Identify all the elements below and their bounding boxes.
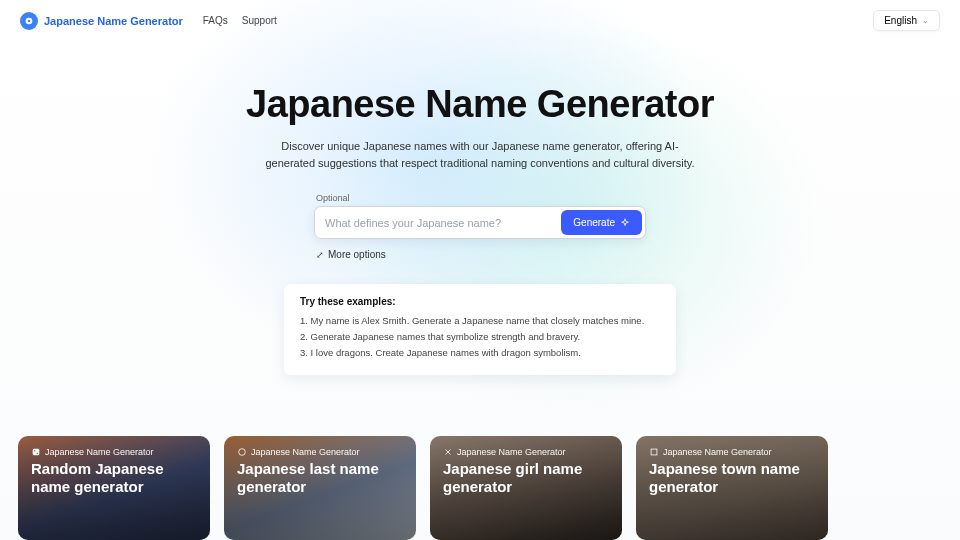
card-brand-label: Japanese Name Generator (663, 447, 772, 457)
generator-form: Optional Generate ⤢ More options (314, 193, 646, 262)
square-icon (649, 447, 659, 457)
more-options-label: More options (328, 249, 386, 260)
page-title: Japanese Name Generator (0, 83, 960, 126)
examples-card: Try these examples: 1. My name is Alex S… (284, 284, 676, 375)
card-title: Random Japanese name generator (31, 460, 197, 496)
prompt-input-row: Generate (314, 206, 646, 239)
prompt-input[interactable] (325, 217, 561, 229)
svg-point-5 (239, 449, 246, 456)
nav-link-faqs[interactable]: FAQs (203, 15, 228, 26)
generator-card-last-name[interactable]: Japanese Name Generator Japanese last na… (224, 436, 416, 540)
chevron-down-icon: ⌄ (922, 16, 929, 25)
generator-card-random[interactable]: Japanese Name Generator Random Japanese … (18, 436, 210, 540)
language-label: English (884, 15, 917, 26)
top-nav: Japanese Name Generator FAQs Support Eng… (0, 0, 960, 41)
svg-point-3 (34, 450, 35, 451)
card-brand-label: Japanese Name Generator (251, 447, 360, 457)
related-generators-row: Japanese Name Generator Random Japanese … (0, 436, 960, 540)
examples-heading: Try these examples: (300, 296, 660, 307)
card-brand: Japanese Name Generator (649, 447, 815, 457)
card-title: Japanese girl name generator (443, 460, 609, 496)
generator-card-town[interactable]: Japanese Name Generator Japanese town na… (636, 436, 828, 540)
nav-links: FAQs Support (203, 15, 277, 26)
logo-icon (20, 12, 38, 30)
dice-icon (31, 447, 41, 457)
more-options-toggle[interactable]: ⤢ More options (316, 249, 386, 260)
language-selector[interactable]: English ⌄ (873, 10, 940, 31)
svg-rect-2 (33, 449, 40, 456)
expand-icon: ⤢ (316, 250, 324, 260)
svg-rect-6 (651, 449, 657, 455)
hero: Japanese Name Generator Discover unique … (0, 41, 960, 375)
generate-button[interactable]: Generate (561, 210, 642, 235)
logo-text: Japanese Name Generator (44, 15, 183, 27)
generator-card-girl[interactable]: Japanese Name Generator Japanese girl na… (430, 436, 622, 540)
svg-point-1 (28, 19, 31, 22)
nav-link-support[interactable]: Support (242, 15, 277, 26)
circle-icon (237, 447, 247, 457)
example-item[interactable]: 3. I love dragons. Create Japanese names… (300, 345, 660, 361)
example-item[interactable]: 2. Generate Japanese names that symboliz… (300, 329, 660, 345)
card-brand: Japanese Name Generator (443, 447, 609, 457)
sparkle-icon (620, 218, 630, 228)
generate-button-label: Generate (573, 217, 615, 228)
card-brand: Japanese Name Generator (237, 447, 403, 457)
card-title: Japanese town name generator (649, 460, 815, 496)
card-brand-label: Japanese Name Generator (457, 447, 566, 457)
logo[interactable]: Japanese Name Generator (20, 12, 183, 30)
card-title: Japanese last name generator (237, 460, 403, 496)
svg-point-4 (37, 453, 38, 454)
optional-label: Optional (316, 193, 646, 203)
card-brand: Japanese Name Generator (31, 447, 197, 457)
cross-icon (443, 447, 453, 457)
card-brand-label: Japanese Name Generator (45, 447, 154, 457)
example-item[interactable]: 1. My name is Alex Smith. Generate a Jap… (300, 313, 660, 329)
page-subtitle: Discover unique Japanese names with our … (260, 138, 700, 171)
